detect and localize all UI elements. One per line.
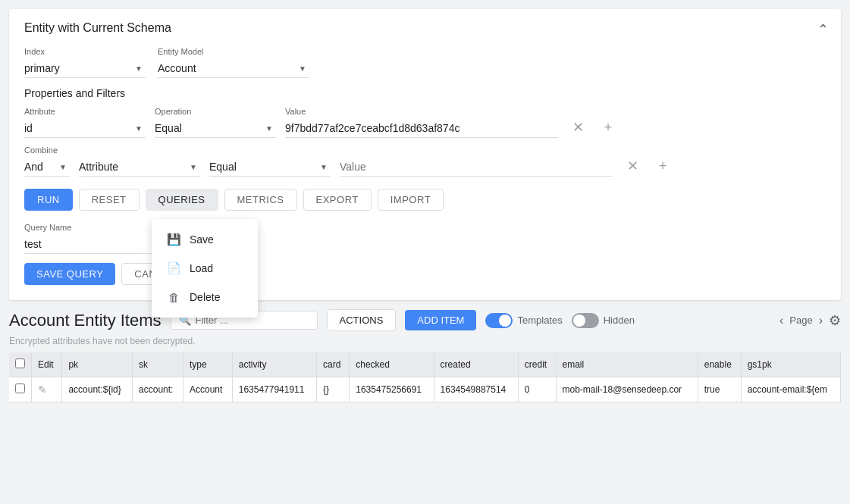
operation-select-2[interactable]: Equal (209, 158, 331, 177)
col-created: created (434, 352, 518, 377)
query-name-section: Query Name SAVE QUERY CAN... (24, 223, 826, 285)
row-credit: 0 (518, 377, 556, 402)
delete-menu-item[interactable]: 🗑 Delete (152, 283, 258, 311)
reset-button[interactable]: RESET (79, 189, 140, 211)
hidden-label: Hidden (604, 315, 635, 326)
load-icon: 📄 (167, 261, 180, 275)
queries-button[interactable]: QUERIES (146, 189, 218, 211)
table-header-row: Edit pk sk type activity card checked cr… (9, 352, 841, 377)
attribute-select-wrapper-1: id (24, 119, 146, 138)
delete-menu-label: Delete (190, 291, 220, 303)
row-card: {} (316, 377, 349, 402)
load-menu-label: Load (190, 262, 213, 274)
prev-page-button[interactable]: ‹ (776, 312, 786, 329)
add-item-button[interactable]: ADD ITEM (405, 310, 476, 330)
attribute-label-1: Attribute (24, 107, 146, 116)
table-settings-button[interactable]: ⚙ (829, 312, 841, 329)
panel-title: Entity with Current Schema (24, 21, 826, 35)
col-sk: sk (133, 352, 183, 377)
operation-group-1: Operation Equal (155, 107, 276, 138)
operation-label-1: Operation (155, 107, 276, 116)
attribute-group-1: Attribute id (24, 107, 146, 138)
attribute-select-1[interactable]: id (24, 119, 146, 138)
value-input-1[interactable] (285, 119, 558, 138)
add-filter-1-button[interactable]: + (598, 117, 619, 138)
next-page-button[interactable]: › (816, 312, 826, 329)
pagination: ‹ Page › ⚙ (776, 312, 841, 329)
col-checked: checked (350, 352, 434, 377)
row-enable: true (698, 377, 741, 402)
save-menu-label: Save (190, 233, 214, 246)
row-gs1pk: account-email:${em (741, 377, 840, 402)
templates-toggle[interactable] (485, 313, 513, 328)
table-header: Edit pk sk type activity card checked cr… (9, 352, 841, 377)
index-group: Index primary (24, 47, 146, 78)
col-enable: enable (698, 352, 741, 377)
save-query-button[interactable]: SAVE QUERY (24, 263, 115, 285)
remove-filter-2-button[interactable]: ✕ (622, 155, 643, 177)
filter-row-2: Combine And Attribute Equal (24, 146, 826, 177)
entity-schema-panel: Entity with Current Schema ⌃ Index prima… (9, 9, 841, 300)
select-all-checkbox[interactable] (15, 358, 25, 368)
combine-label: Combine (24, 146, 70, 155)
hidden-toggle[interactable] (572, 313, 599, 328)
action-button-row: RUN RESET QUERIES METRICS EXPORT IMPORT … (24, 189, 826, 211)
load-menu-item[interactable]: 📄 Load (152, 254, 258, 283)
row-email: mob-mail-18@sensedeep.cor (556, 377, 698, 402)
combine-select-wrapper: And (24, 158, 70, 177)
metrics-button[interactable]: METRICS (224, 189, 297, 211)
save-icon: 💾 (167, 233, 180, 246)
operation-group-2: Equal (209, 158, 331, 177)
run-button[interactable]: RUN (24, 189, 73, 211)
encrypted-note: Encrypted attributes have not been decry… (9, 336, 841, 346)
row-checkbox-cell (9, 377, 32, 402)
combine-select[interactable]: And (24, 158, 70, 177)
col-gs1pk: gs1pk (741, 352, 840, 377)
export-button[interactable]: EXPORT (303, 189, 372, 211)
combine-group: Combine And (24, 146, 70, 177)
templates-label: Templates (517, 315, 562, 326)
row-activity: 1635477941911 (232, 377, 316, 402)
filter-row-1: Attribute id Operation Equal Value ✕ + (24, 107, 826, 138)
value-group-2 (340, 158, 613, 177)
bottom-section: Account Entity Items 🔍 ACTIONS ADD ITEM … (9, 309, 841, 402)
import-button[interactable]: IMPORT (378, 189, 444, 211)
attribute-select-2[interactable]: Attribute (79, 158, 200, 177)
actions-button[interactable]: ACTIONS (327, 309, 397, 331)
save-menu-item[interactable]: 💾 Save (152, 225, 258, 254)
index-label: Index (24, 47, 146, 56)
collapse-button[interactable]: ⌃ (817, 21, 829, 38)
entity-model-group: Entity Model Account (158, 47, 309, 78)
col-pk: pk (62, 352, 133, 377)
value-input-2[interactable] (340, 158, 613, 177)
queries-dropdown: 💾 Save 📄 Load 🗑 Delete (152, 219, 258, 318)
index-select-wrapper: primary (24, 59, 146, 78)
col-email: email (556, 352, 698, 377)
row-checkbox[interactable] (15, 383, 25, 393)
templates-toggle-group: Templates (485, 313, 562, 328)
value-group-1: Value (285, 107, 558, 138)
page-label: Page (789, 315, 812, 326)
remove-filter-1-button[interactable]: ✕ (567, 117, 588, 138)
row-type: Account (183, 377, 232, 402)
query-name-label: Query Name (24, 223, 826, 232)
query-name-input[interactable] (24, 235, 161, 254)
properties-section-title: Properties and Filters (24, 87, 826, 99)
table-body: ✎ account:${id} account: Account 1635477… (9, 377, 841, 402)
operation-select-1[interactable]: Equal (155, 119, 276, 138)
bottom-title: Account Entity Items (9, 311, 162, 330)
edit-row-button[interactable]: ✎ (38, 383, 47, 396)
operation-select-wrapper-1: Equal (155, 119, 276, 138)
col-activity: activity (232, 352, 316, 377)
entity-model-select-wrapper: Account (158, 59, 309, 78)
row-checked: 1635475256691 (350, 377, 434, 402)
query-action-buttons: SAVE QUERY CAN... (24, 263, 826, 285)
col-credit: credit (518, 352, 556, 377)
add-filter-2-button[interactable]: + (652, 155, 673, 177)
delete-icon: 🗑 (167, 290, 180, 304)
row-edit-cell: ✎ (32, 377, 62, 402)
index-entity-row: Index primary Entity Model Account (24, 47, 826, 78)
col-card: card (316, 352, 349, 377)
index-select[interactable]: primary (24, 59, 146, 78)
entity-model-select[interactable]: Account (158, 59, 309, 78)
